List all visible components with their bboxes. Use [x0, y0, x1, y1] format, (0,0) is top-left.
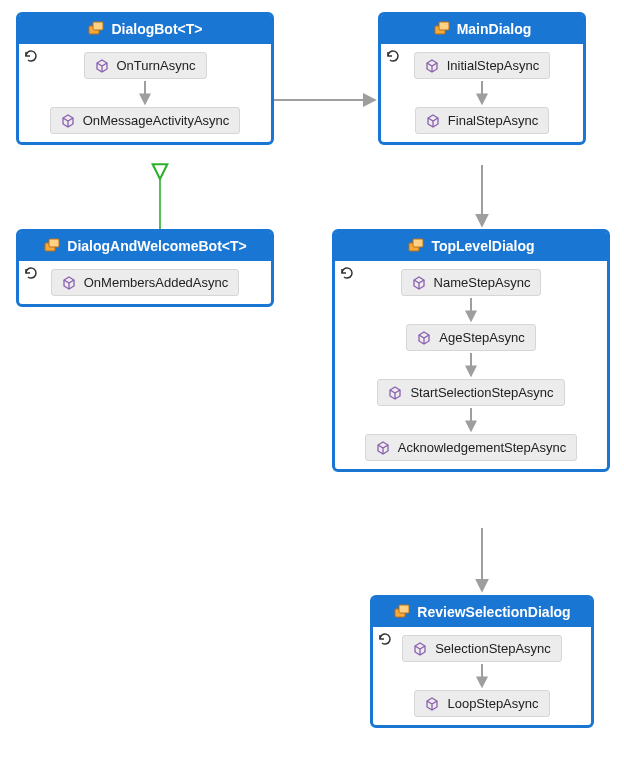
method-item: SelectionStepAsync — [402, 635, 562, 662]
method-list: OnMembersAddedAsync — [27, 269, 263, 296]
class-icon — [433, 20, 451, 38]
edge-inheritance-welcome-to-dialogbot — [150, 167, 170, 233]
method-label: InitialStepAsync — [447, 58, 540, 73]
method-icon — [388, 386, 402, 400]
method-label: LoopStepAsync — [447, 696, 538, 711]
method-icon — [376, 441, 390, 455]
method-list: InitialStepAsync FinalStepAsync — [389, 52, 575, 134]
class-title: DialogBot<T> — [111, 21, 202, 37]
method-icon — [413, 642, 427, 656]
class-icon — [87, 20, 105, 38]
method-item: OnTurnAsync — [84, 52, 207, 79]
refresh-icon — [23, 48, 39, 64]
method-label: FinalStepAsync — [448, 113, 538, 128]
method-icon — [417, 331, 431, 345]
class-title: MainDialog — [457, 21, 532, 37]
method-label: AcknowledgementStepAsync — [398, 440, 566, 455]
class-title: DialogAndWelcomeBot<T> — [67, 238, 246, 254]
edge-maindialog-to-topleveldialog — [472, 165, 492, 235]
method-flow-arrow — [465, 406, 477, 434]
method-icon — [425, 697, 439, 711]
method-list: OnTurnAsync OnMessageActivityAsync — [27, 52, 263, 134]
method-flow-arrow — [139, 79, 151, 107]
class-dialog-and-welcome-bot: DialogAndWelcomeBot<T> OnMembersAddedAsy… — [16, 229, 274, 307]
class-header: DialogAndWelcomeBot<T> — [19, 232, 271, 261]
method-flow-arrow — [476, 79, 488, 107]
class-top-level-dialog: TopLevelDialog NameStepAsync AgeStepAsyn… — [332, 229, 610, 472]
refresh-icon — [377, 631, 393, 647]
method-item: AcknowledgementStepAsync — [365, 434, 577, 461]
method-icon — [425, 59, 439, 73]
class-dialog-bot: DialogBot<T> OnTurnAsync OnMessageActivi… — [16, 12, 274, 145]
method-item: InitialStepAsync — [414, 52, 551, 79]
method-item: StartSelectionStepAsync — [377, 379, 564, 406]
method-label: StartSelectionStepAsync — [410, 385, 553, 400]
class-body: SelectionStepAsync LoopStepAsync — [373, 627, 591, 725]
method-label: AgeStepAsync — [439, 330, 524, 345]
class-icon — [407, 237, 425, 255]
class-header: MainDialog — [381, 15, 583, 44]
edge-dialogbot-to-maindialog — [274, 90, 384, 110]
refresh-icon — [339, 265, 355, 281]
method-label: OnTurnAsync — [117, 58, 196, 73]
refresh-icon — [23, 265, 39, 281]
method-flow-arrow — [465, 351, 477, 379]
method-icon — [95, 59, 109, 73]
method-icon — [62, 276, 76, 290]
class-main-dialog: MainDialog InitialStepAsync FinalStepAsy… — [378, 12, 586, 145]
class-title: TopLevelDialog — [431, 238, 534, 254]
class-body: InitialStepAsync FinalStepAsync — [381, 44, 583, 142]
method-icon — [61, 114, 75, 128]
method-list: SelectionStepAsync LoopStepAsync — [381, 635, 583, 717]
class-review-selection-dialog: ReviewSelectionDialog SelectionStepAsync… — [370, 595, 594, 728]
edge-topleveldialog-to-reviewselectiondialog — [472, 528, 492, 600]
class-body: OnMembersAddedAsync — [19, 261, 271, 304]
class-header: DialogBot<T> — [19, 15, 271, 44]
method-flow-arrow — [465, 296, 477, 324]
refresh-icon — [385, 48, 401, 64]
class-body: NameStepAsync AgeStepAsync StartSelectio… — [335, 261, 607, 469]
class-header: TopLevelDialog — [335, 232, 607, 261]
method-label: NameStepAsync — [434, 275, 531, 290]
class-title: ReviewSelectionDialog — [417, 604, 570, 620]
class-body: OnTurnAsync OnMessageActivityAsync — [19, 44, 271, 142]
method-label: OnMessageActivityAsync — [83, 113, 230, 128]
class-header: ReviewSelectionDialog — [373, 598, 591, 627]
method-item: OnMessageActivityAsync — [50, 107, 241, 134]
method-icon — [426, 114, 440, 128]
method-item: AgeStepAsync — [406, 324, 535, 351]
method-item: NameStepAsync — [401, 269, 542, 296]
method-list: NameStepAsync AgeStepAsync StartSelectio… — [343, 269, 599, 461]
method-flow-arrow — [476, 662, 488, 690]
class-icon — [393, 603, 411, 621]
method-icon — [412, 276, 426, 290]
method-item: OnMembersAddedAsync — [51, 269, 240, 296]
method-label: SelectionStepAsync — [435, 641, 551, 656]
method-item: LoopStepAsync — [414, 690, 549, 717]
method-label: OnMembersAddedAsync — [84, 275, 229, 290]
class-icon — [43, 237, 61, 255]
method-item: FinalStepAsync — [415, 107, 549, 134]
